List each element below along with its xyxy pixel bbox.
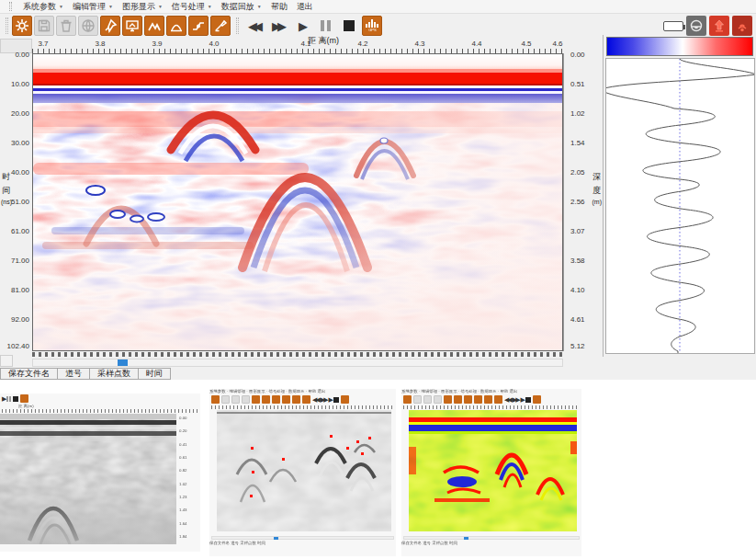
pipe-marker-dot (282, 458, 285, 461)
rewind-button[interactable]: ◀◀ (243, 16, 265, 36)
app-window: 系统参数▼ 编辑管理▼ 图形显示▼ 信号处理▼ 数据回放▼ 帮助 退出 ◀◀ ▶… (0, 0, 756, 380)
rewind-icon: ◀◀ (248, 20, 259, 32)
fast-forward-button[interactable]: ▶▶ (266, 16, 288, 36)
status-sample-count[interactable]: 采样点数 (90, 368, 139, 380)
menu-bar: 系统参数▼ 编辑管理▼ 图形显示▼ 信号处理▼ 数据回放▼ 帮助 退出 (0, 0, 756, 13)
time-axis: 时 间 (ns) 0.00 10.00 20.00 30.00 40.00 51… (0, 53, 32, 351)
chevron-down-icon: ▼ (208, 4, 212, 9)
antenna-button[interactable] (732, 16, 752, 36)
save-icon (37, 18, 51, 33)
grayscale-radargram (0, 414, 176, 544)
mini-axis-ticks (2, 409, 198, 413)
display-mode-button[interactable] (122, 16, 142, 36)
pipe-marker-dot (251, 447, 254, 450)
pipe-marker-dot (361, 452, 364, 455)
status-bar: 保存文件名 道号 采样点数 时间 (0, 368, 756, 380)
thumbnail-dual-frequency-fusion[interactable]: ▶ 距 离(m) (0, 394, 200, 552)
pipe-marker-dot (368, 437, 371, 439)
play-icon: ▶ (299, 20, 304, 32)
filter-button[interactable] (188, 16, 209, 36)
gear-icon (15, 18, 29, 33)
mini-gps-icon (533, 395, 541, 404)
mini-stop-icon (13, 396, 18, 402)
menu-signal-process[interactable]: 信号处理▼ (172, 1, 212, 13)
menubar-grip (9, 2, 12, 11)
gps-bars-icon (366, 19, 378, 28)
thumbnail-auto-detect[interactable]: 系统参数 · 编辑管理 · 图形显示 · 信号处理 · 数据回放 · 帮助 退出… (209, 389, 396, 556)
scrollbar-thumb[interactable] (118, 359, 128, 366)
device-status-icon[interactable] (686, 16, 706, 36)
monitor-icon (125, 18, 140, 33)
menu-edit-manage[interactable]: 编辑管理▼ (73, 1, 113, 13)
scrollbar-corner (0, 355, 13, 367)
gain-peaks-icon (147, 18, 162, 33)
menu-help[interactable]: 帮助 (271, 1, 288, 13)
color-radargram (409, 410, 577, 531)
pipe-marker-dot (346, 447, 349, 450)
pipe-marker-dot (356, 440, 359, 443)
horizontal-scrollbar[interactable] (32, 359, 563, 367)
status-filename[interactable]: 保存文件名 (0, 368, 58, 380)
panel-divider (603, 35, 604, 357)
pipe-detect-button[interactable] (166, 16, 186, 36)
mini-settings-icon (211, 395, 220, 404)
mini-scrollbar (211, 536, 394, 540)
toolbar-grip (6, 17, 8, 34)
settings-button[interactable] (12, 16, 32, 36)
mini-settings-icon (403, 395, 412, 404)
radargram-view[interactable] (32, 53, 563, 351)
network-button[interactable] (78, 16, 98, 36)
trace-wave-panel[interactable] (605, 58, 755, 354)
thumbnail-color-palette[interactable]: 系统参数 · 编辑管理 · 图形显示 · 信号处理 · 数据回放 · 帮助 退出… (401, 389, 581, 556)
delete-button[interactable] (56, 16, 76, 36)
mini-gps-icon (20, 394, 28, 403)
hyperbola-icon (169, 18, 184, 33)
marker-button[interactable] (100, 16, 120, 36)
save-button[interactable] (34, 16, 54, 36)
chevron-down-icon: ▼ (257, 4, 262, 9)
mini-gps-icon (341, 395, 349, 404)
gps-button[interactable]: GPS (362, 16, 382, 36)
status-trace-number[interactable]: 道号 (58, 368, 90, 380)
globe-icon (81, 18, 96, 33)
pause-button[interactable] (314, 16, 336, 36)
depth-axis-title: 深 度 (m) (592, 171, 603, 205)
play-button[interactable]: ▶ (290, 16, 312, 36)
upload-button[interactable] (709, 16, 729, 36)
battery-icon (663, 21, 683, 31)
plot-bottom-ticks (32, 352, 563, 357)
mini-pause-icon (6, 396, 11, 402)
depth-axis: 深 度 (m) 0.00 0.51 1.02 1.54 2.05 2.56 3.… (563, 53, 602, 351)
stop-button[interactable] (338, 16, 360, 36)
pipe-marker-dot (250, 495, 253, 497)
gps-label: GPS (368, 29, 376, 31)
menu-data-replay[interactable]: 数据回放▼ (221, 1, 262, 13)
mini-depth-labels: 0.00 0.20 0.41 0.61 0.82 1.02 1.23 1.43 … (176, 414, 194, 544)
pause-icon (321, 20, 331, 31)
wheel-icon (689, 18, 704, 33)
radar-waves-icon (735, 18, 750, 33)
color-scale-bar[interactable] (606, 37, 753, 56)
pipe-marker-dot (330, 435, 333, 438)
mini-status-bar: 保存文件名 道号 采样点数 时间 (401, 541, 501, 546)
menu-exit[interactable]: 退出 (297, 1, 313, 13)
fast-forward-icon: ▶▶ (272, 20, 283, 32)
pgpr-acquisition-software: 系统参数▼ 编辑管理▼ 图形显示▼ 信号处理▼ 数据回放▼ 帮助 退出 ◀◀ ▶… (0, 0, 756, 559)
detected-pipes-radargram (217, 410, 391, 531)
gain-button[interactable] (144, 16, 164, 36)
menu-graph-display[interactable]: 图形显示▼ (122, 1, 163, 13)
chevron-down-icon: ▼ (108, 4, 113, 9)
status-time[interactable]: 时间 (139, 368, 171, 380)
mini-menu-bar: 系统参数 · 编辑管理 · 图形显示 · 信号处理 · 数据回放 · 帮助 退出 (401, 389, 501, 392)
toolbar: ◀◀ ▶▶ ▶ GPS (0, 13, 756, 38)
slope-wave-icon (191, 18, 206, 33)
trash-icon (59, 18, 73, 33)
upload-arrow-icon (712, 18, 727, 33)
chevron-down-icon: ▼ (158, 4, 163, 9)
clear-button[interactable] (210, 16, 231, 36)
mini-play-icon: ▶ (2, 395, 5, 402)
chevron-down-icon: ▼ (59, 4, 63, 9)
menu-system-params[interactable]: 系统参数▼ (23, 1, 63, 13)
brush-icon (213, 18, 228, 33)
mini-scrollbar (403, 536, 580, 540)
